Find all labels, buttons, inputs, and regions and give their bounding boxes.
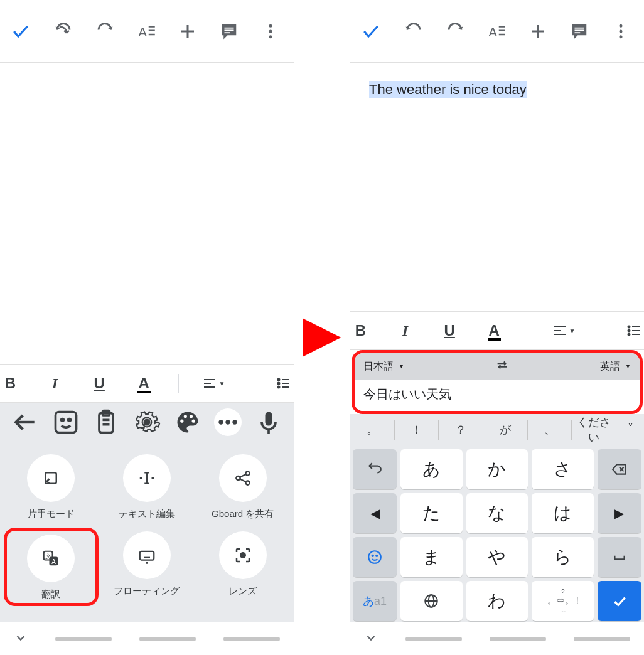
settings-icon[interactable] [133, 408, 161, 436]
underline-button[interactable]: U [89, 371, 110, 396]
key-a[interactable]: あ [400, 449, 463, 489]
redo-button[interactable] [434, 0, 476, 63]
translate-header: 日本語 英語 [355, 353, 640, 380]
svg-rect-1 [149, 26, 155, 28]
option-share[interactable]: Gboard を共有 [198, 454, 287, 520]
keyboard-options: 片手モード テキスト編集 Gboard を共有 文A 翻訳 フローティング [0, 442, 294, 622]
sticker-icon[interactable] [52, 408, 80, 436]
key-left[interactable]: ◀ [353, 493, 397, 533]
key-backspace[interactable] [598, 449, 641, 489]
collapse-icon[interactable] [14, 631, 28, 647]
suggestion[interactable]: が [483, 420, 528, 440]
keyboard-toolbar [0, 403, 294, 442]
home-button[interactable] [139, 637, 196, 641]
home-button[interactable] [490, 637, 546, 641]
arrow-icon [298, 314, 346, 361]
suggestion[interactable]: ？ [439, 420, 483, 440]
align-button[interactable]: ▼ [552, 318, 575, 343]
key-undo-arrow[interactable] [353, 449, 397, 489]
key-space[interactable] [598, 537, 641, 577]
translate-input[interactable]: 今日はいい天気 [355, 380, 640, 411]
suggestion[interactable]: 。 [350, 420, 395, 440]
key-enter[interactable] [598, 581, 641, 621]
format-button[interactable]: A [126, 0, 167, 63]
suggestion[interactable]: ！ [395, 420, 439, 440]
overflow-button[interactable] [250, 0, 291, 63]
svg-point-10 [269, 29, 272, 33]
key-mode[interactable]: あa1 [353, 581, 397, 621]
key-ha[interactable]: は [532, 493, 594, 533]
undo-button[interactable] [43, 0, 84, 63]
undo-button[interactable] [393, 0, 434, 63]
svg-rect-60 [499, 26, 505, 28]
key-emoji[interactable] [353, 537, 397, 577]
svg-rect-37 [265, 412, 272, 426]
suggestion[interactable]: ください [572, 412, 616, 447]
clipboard-icon[interactable] [92, 408, 120, 436]
key-ma[interactable]: ま [400, 537, 463, 577]
svg-point-17 [277, 386, 279, 388]
recent-apps-button[interactable] [55, 637, 112, 641]
option-onehand[interactable]: 片手モード [6, 454, 96, 520]
redo-button[interactable] [84, 0, 126, 63]
mic-icon[interactable] [255, 408, 282, 436]
key-right[interactable]: ▶ [598, 493, 641, 533]
suggestion[interactable]: 、 [528, 420, 572, 440]
more-icon[interactable] [214, 408, 242, 436]
svg-point-76 [628, 334, 630, 336]
format-button[interactable]: A [476, 0, 517, 63]
key-punct[interactable]: ? 。⇔。 ! … [532, 581, 594, 621]
key-ta[interactable]: た [400, 493, 463, 533]
svg-point-35 [225, 420, 230, 424]
key-wa[interactable]: わ [466, 581, 529, 621]
overflow-button[interactable] [600, 0, 641, 63]
back-button[interactable] [574, 637, 630, 641]
translate-panel: 日本語 英語 今日はいい天気 [352, 350, 643, 414]
collapse-icon[interactable]: ˅ [616, 419, 644, 440]
textcolor-button[interactable]: A [134, 371, 154, 396]
target-lang[interactable]: 英語 [600, 360, 631, 373]
option-lens[interactable]: レンズ [198, 531, 287, 604]
svg-text:A: A [139, 24, 148, 38]
phone-left: A B I U A ▼ 片手モード テキスト編集 [0, 0, 294, 655]
svg-point-29 [143, 419, 150, 426]
add-button[interactable] [167, 0, 208, 63]
option-translate[interactable]: 文A 翻訳 [9, 535, 93, 600]
add-button[interactable] [517, 0, 559, 63]
collapse-icon[interactable] [364, 631, 378, 647]
svg-rect-6 [225, 27, 234, 28]
bold-button[interactable]: B [0, 371, 21, 396]
done-button[interactable] [0, 0, 41, 63]
key-na[interactable]: な [466, 493, 529, 533]
bold-button[interactable]: B [350, 318, 371, 343]
underline-button[interactable]: U [439, 318, 460, 343]
key-ya[interactable]: や [466, 537, 529, 577]
back-button[interactable] [223, 637, 280, 641]
italic-button[interactable]: I [395, 318, 416, 343]
italic-button[interactable]: I [45, 371, 65, 396]
option-textedit[interactable]: テキスト編集 [102, 454, 192, 520]
done-button[interactable] [350, 0, 392, 63]
key-globe[interactable] [400, 581, 463, 621]
svg-point-70 [620, 35, 623, 38]
document-area[interactable]: The weather is nice today [350, 63, 644, 311]
source-lang[interactable]: 日本語 [363, 360, 404, 373]
swap-icon[interactable] [495, 358, 509, 375]
list-button[interactable] [273, 371, 294, 396]
svg-point-23 [62, 419, 64, 422]
document-area[interactable] [0, 63, 294, 364]
theme-icon[interactable] [174, 408, 201, 436]
option-floating[interactable]: フローティング [102, 531, 192, 604]
recent-apps-button[interactable] [405, 637, 462, 641]
nav-bar [0, 622, 294, 655]
svg-point-33 [191, 420, 195, 423]
align-button[interactable]: ▼ [202, 371, 225, 396]
key-ka[interactable]: か [466, 449, 529, 489]
comment-button[interactable] [208, 0, 250, 63]
textcolor-button[interactable]: A [484, 318, 505, 343]
key-ra[interactable]: ら [532, 537, 594, 577]
back-icon[interactable] [11, 408, 39, 436]
comment-button[interactable] [559, 0, 600, 63]
key-sa[interactable]: さ [532, 449, 594, 489]
list-button[interactable] [623, 318, 644, 343]
